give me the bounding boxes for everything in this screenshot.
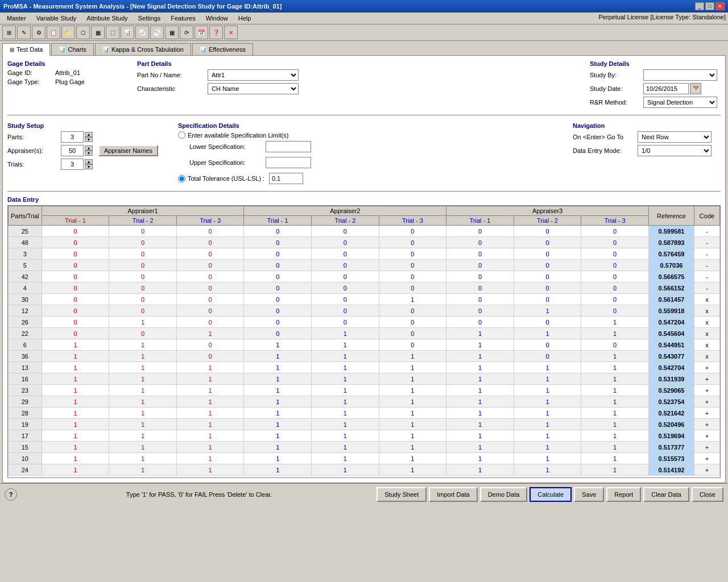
value-cell[interactable]: 1 xyxy=(379,453,446,464)
value-cell[interactable]: 0 xyxy=(312,260,379,271)
value-cell[interactable]: 0 xyxy=(176,294,244,305)
value-cell[interactable]: 0 xyxy=(446,260,514,271)
study-by-dropdown[interactable] xyxy=(643,69,717,81)
value-cell[interactable]: 1 xyxy=(446,351,514,362)
date-picker-button[interactable]: 📅 xyxy=(690,83,701,94)
value-cell[interactable]: 1 xyxy=(446,464,514,476)
value-cell[interactable]: 0 xyxy=(514,271,581,282)
value-cell[interactable]: 1 xyxy=(446,385,514,396)
value-cell[interactable]: 0 xyxy=(581,339,649,351)
value-cell[interactable]: 0 xyxy=(109,328,177,339)
value-cell[interactable]: 1 xyxy=(312,430,379,442)
value-cell[interactable]: 0 xyxy=(109,248,177,260)
value-cell[interactable]: 0 xyxy=(446,226,514,237)
study-sheet-button[interactable]: Study Sheet xyxy=(377,487,427,502)
menu-window[interactable]: Window xyxy=(201,14,233,23)
value-cell[interactable]: 0 xyxy=(379,339,446,351)
value-cell[interactable]: 0 xyxy=(514,237,581,248)
close-window-button[interactable]: ✕ xyxy=(715,2,725,10)
value-cell[interactable]: 0 xyxy=(581,226,649,237)
report-button[interactable]: Report xyxy=(606,487,641,502)
value-cell[interactable]: 0 xyxy=(176,237,244,248)
value-cell[interactable]: 1 xyxy=(312,453,379,464)
value-cell[interactable]: 0 xyxy=(581,305,649,317)
value-cell[interactable]: 0 xyxy=(312,294,379,305)
trials-down-button[interactable]: ▼ xyxy=(85,164,93,169)
value-cell[interactable]: 1 xyxy=(379,373,446,385)
value-cell[interactable]: 1 xyxy=(446,373,514,385)
value-cell[interactable]: 1 xyxy=(446,328,514,339)
value-cell[interactable]: 0 xyxy=(109,271,177,282)
value-cell[interactable]: 0 xyxy=(176,351,244,362)
value-cell[interactable]: 1 xyxy=(244,351,312,362)
value-cell[interactable]: 0 xyxy=(446,294,514,305)
value-cell[interactable]: 0 xyxy=(42,271,109,282)
value-cell[interactable]: 0 xyxy=(42,260,109,271)
value-cell[interactable]: 0 xyxy=(244,317,312,328)
value-cell[interactable]: 1 xyxy=(379,351,446,362)
data-entry-mode-dropdown[interactable]: 1/0 Pass/Fail xyxy=(638,145,712,156)
value-cell[interactable]: 0 xyxy=(514,294,581,305)
value-cell[interactable]: 1 xyxy=(42,408,109,419)
value-cell[interactable]: 0 xyxy=(312,226,379,237)
spec-radio1[interactable] xyxy=(178,131,185,139)
parts-input[interactable] xyxy=(61,131,84,143)
toolbar-btn-14[interactable]: 📅 xyxy=(195,26,208,39)
appraisers-input[interactable] xyxy=(61,145,84,156)
toolbar-btn-13[interactable]: ⟳ xyxy=(180,26,193,39)
value-cell[interactable]: 0 xyxy=(312,237,379,248)
value-cell[interactable]: 1 xyxy=(176,396,244,408)
value-cell[interactable]: 1 xyxy=(42,419,109,430)
value-cell[interactable]: 0 xyxy=(446,271,514,282)
toolbar-btn-15[interactable]: ❓ xyxy=(209,26,223,39)
value-cell[interactable]: 1 xyxy=(42,339,109,351)
value-cell[interactable]: 0 xyxy=(312,305,379,317)
value-cell[interactable]: 0 xyxy=(244,305,312,317)
import-data-button[interactable]: Import Data xyxy=(429,487,477,502)
value-cell[interactable]: 1 xyxy=(176,464,244,476)
value-cell[interactable]: 1 xyxy=(312,408,379,419)
value-cell[interactable]: 1 xyxy=(312,362,379,373)
value-cell[interactable]: 1 xyxy=(42,351,109,362)
calculate-button[interactable]: Calculate xyxy=(530,487,572,502)
value-cell[interactable]: 1 xyxy=(109,339,177,351)
tab-test-data[interactable]: ⊞ Test Data xyxy=(2,43,50,56)
tab-effectiveness[interactable]: 📊 Effectiveness xyxy=(192,43,253,55)
rr-method-dropdown[interactable]: Signal Detection Analytic Method Short M… xyxy=(643,97,717,108)
value-cell[interactable]: 0 xyxy=(42,328,109,339)
value-cell[interactable]: 0 xyxy=(109,282,177,294)
value-cell[interactable]: 0 xyxy=(244,260,312,271)
toolbar-btn-4[interactable]: 📋 xyxy=(47,26,60,39)
value-cell[interactable]: 1 xyxy=(42,453,109,464)
value-cell[interactable]: 1 xyxy=(176,362,244,373)
value-cell[interactable]: 1 xyxy=(581,419,649,430)
minimize-button[interactable]: _ xyxy=(695,2,704,10)
upper-spec-input[interactable] xyxy=(266,157,311,168)
value-cell[interactable]: 1 xyxy=(312,373,379,385)
value-cell[interactable]: 0 xyxy=(446,282,514,294)
value-cell[interactable]: 1 xyxy=(176,385,244,396)
value-cell[interactable]: 1 xyxy=(244,339,312,351)
value-cell[interactable]: 1 xyxy=(379,362,446,373)
value-cell[interactable]: 1 xyxy=(312,442,379,453)
value-cell[interactable]: 0 xyxy=(42,248,109,260)
menu-features[interactable]: Features xyxy=(166,14,200,23)
value-cell[interactable]: 0 xyxy=(176,305,244,317)
value-cell[interactable]: 0 xyxy=(379,317,446,328)
value-cell[interactable]: 1 xyxy=(42,430,109,442)
value-cell[interactable]: 0 xyxy=(42,294,109,305)
value-cell[interactable]: 0 xyxy=(312,282,379,294)
value-cell[interactable]: 0 xyxy=(581,271,649,282)
toolbar-btn-12[interactable]: ▦ xyxy=(165,26,179,39)
value-cell[interactable]: 1 xyxy=(42,442,109,453)
value-cell[interactable]: 1 xyxy=(446,419,514,430)
value-cell[interactable]: 1 xyxy=(244,442,312,453)
value-cell[interactable]: 1 xyxy=(379,419,446,430)
toolbar-btn-10[interactable]: 📈 xyxy=(135,26,149,39)
value-cell[interactable]: 1 xyxy=(109,453,177,464)
clear-data-button[interactable]: Clear Data xyxy=(643,487,689,502)
value-cell[interactable]: 0 xyxy=(42,237,109,248)
value-cell[interactable]: 0 xyxy=(244,282,312,294)
save-button[interactable]: Save xyxy=(574,487,604,502)
value-cell[interactable]: 1 xyxy=(446,362,514,373)
